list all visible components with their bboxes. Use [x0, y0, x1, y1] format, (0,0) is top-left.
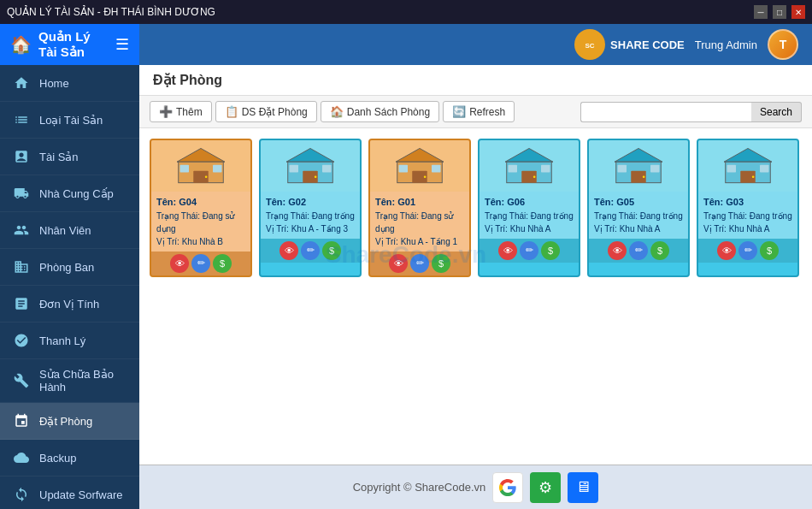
room-status: Trạng Thái: Đang trống	[485, 210, 574, 222]
search-input[interactable]	[580, 102, 751, 122]
sidebar-item-update-software[interactable]: Update Sorfware	[0, 476, 139, 509]
window-controls: ─ □ ✕	[754, 5, 805, 19]
title-bar: QUẢN LÝ TÀI SẢN - ĐH THÁI BÌNH DƯƠNG ─ □…	[0, 0, 812, 24]
room-card-actions: 👁 ✏ $	[261, 239, 360, 263]
svg-rect-17	[399, 165, 409, 173]
room-status: Trạng Thái: Đang trống	[594, 210, 683, 222]
app-container: 🏠 Quản Lý Tài Sản ☰ Home Loại Tài Sản	[0, 24, 812, 509]
unit-icon	[12, 294, 31, 313]
sidebar-nav: Home Loại Tài Sản Tài Sản Nhà Cung Cấp	[0, 65, 139, 509]
svg-point-19	[424, 175, 427, 178]
svg-rect-18	[432, 165, 441, 173]
minimize-button[interactable]: ─	[754, 5, 768, 19]
sidebar-item-nha-cung-cap[interactable]: Nhà Cung Cấp	[0, 175, 139, 212]
room-card-actions: 👁 ✏ $	[370, 252, 469, 275]
svg-rect-23	[509, 165, 518, 173]
search-bar: Search	[580, 102, 802, 122]
svg-rect-30	[650, 165, 660, 173]
view-button[interactable]: 👁	[170, 254, 189, 273]
payment-button[interactable]: $	[322, 241, 341, 260]
update-icon	[12, 485, 31, 504]
danh-sach-phong-button[interactable]: 🏠 Danh Sách Phòng	[321, 101, 439, 122]
svg-point-25	[533, 175, 536, 178]
search-button[interactable]: Search	[751, 102, 802, 122]
sidebar-title: Quản Lý Tài Sản	[38, 29, 109, 60]
room-card-g03[interactable]: Tên: G03 Trạng Thái: Đang trống Vị Trí: …	[697, 139, 799, 277]
view-button[interactable]: 👁	[279, 241, 298, 260]
sidebar-item-loai-tai-san[interactable]: Loại Tài Sản	[0, 102, 139, 139]
department-icon	[12, 257, 31, 276]
sidebar-item-home[interactable]: Home	[0, 65, 139, 102]
list-icon	[12, 110, 31, 129]
user-avatar[interactable]: T	[768, 29, 798, 60]
add-button[interactable]: ➕ Thêm	[150, 101, 212, 122]
footer: Copyright © ShareCode.vn ⚙ 🖥	[139, 465, 812, 509]
room-status: Trạng Thái: Đang sử dụng	[375, 210, 464, 235]
payment-button[interactable]: $	[432, 254, 450, 273]
edit-button[interactable]: ✏	[301, 241, 320, 260]
room-card-g01[interactable]: Tên: G01 Trạng Thái: Đang sử dụng Vị Trí…	[368, 139, 471, 277]
home-nav-icon	[12, 74, 31, 92]
payment-button[interactable]: $	[541, 241, 560, 260]
room-status: Trạng Thái: Đang trống	[266, 210, 355, 222]
brand-logo: SC SHARE CODE	[574, 29, 685, 60]
svg-rect-35	[727, 165, 737, 173]
svg-marker-8	[286, 148, 334, 162]
ds-dat-phong-button[interactable]: 📋 DS Đặt Phòng	[215, 101, 317, 122]
svg-rect-5	[180, 165, 190, 173]
view-button[interactable]: 👁	[717, 241, 736, 260]
close-button[interactable]: ✕	[791, 5, 805, 19]
payment-button[interactable]: $	[213, 254, 232, 273]
svg-point-7	[205, 175, 208, 178]
room-card-actions: 👁 ✏ $	[480, 239, 579, 263]
room-name: Tên: G06	[485, 195, 574, 210]
room-card-g02[interactable]: Tên: G02 Trạng Thái: Đang trống Vị Trí: …	[259, 139, 362, 277]
room-card-image	[261, 140, 360, 192]
hamburger-button[interactable]: ☰	[115, 35, 129, 54]
room-card-actions: 👁 ✏ $	[589, 239, 688, 263]
page-title-bar: Đặt Phòng	[139, 65, 812, 96]
sidebar-item-sua-chua-bao-hanh[interactable]: Sửa Chữa Bảo Hành	[0, 359, 139, 403]
room-card-info: Tên: G01 Trạng Thái: Đang sử dụng Vị Trí…	[370, 192, 469, 252]
settings-icon[interactable]: ⚙	[530, 472, 561, 503]
room-card-g06[interactable]: Tên: G06 Trạng Thái: Đang trống Vị Trí: …	[478, 139, 580, 277]
supplier-icon	[12, 184, 31, 203]
room-card-image	[151, 140, 250, 192]
edit-button[interactable]: ✏	[738, 241, 757, 260]
sidebar-item-don-vi-tinh[interactable]: Đơn Vị Tính	[0, 286, 139, 323]
maximize-button[interactable]: □	[773, 5, 786, 19]
view-button[interactable]: 👁	[389, 254, 408, 273]
svg-rect-6	[213, 165, 222, 173]
room-name: Tên: G03	[703, 195, 792, 210]
room-card-g05[interactable]: Tên: G05 Trạng Thái: Đang trống Vị Trí: …	[587, 139, 690, 277]
payment-button[interactable]: $	[760, 241, 779, 260]
window-icon[interactable]: 🖥	[568, 472, 598, 503]
repair-icon	[12, 371, 31, 390]
view-button[interactable]: 👁	[608, 241, 627, 260]
sidebar-item-phong-ban[interactable]: Phòng Ban	[0, 249, 139, 286]
room-name: Tên: G04	[156, 195, 245, 210]
google-icon[interactable]	[492, 472, 523, 503]
refresh-button[interactable]: 🔄 Refresh	[443, 101, 515, 122]
sidebar-item-dat-phong[interactable]: Đặt Phòng	[0, 403, 139, 440]
view-button[interactable]: 👁	[498, 241, 517, 260]
room-location: Vị Trí: Khu Nhà A	[703, 222, 792, 235]
home-icon: 🏠	[10, 34, 32, 55]
svg-point-37	[752, 175, 755, 178]
payment-button[interactable]: $	[650, 241, 669, 260]
sidebar-item-backup[interactable]: Backup	[0, 440, 139, 476]
sidebar-item-tai-san[interactable]: Tài Sản	[0, 139, 139, 175]
brand-name: SHARE CODE	[610, 38, 685, 51]
edit-button[interactable]: ✏	[520, 241, 538, 260]
edit-button[interactable]: ✏	[410, 254, 429, 273]
room-card-info: Tên: G04 Trạng Thái: Đang sử dụng Vị Trí…	[151, 192, 250, 252]
sidebar-item-thanh-ly[interactable]: Thanh Lý	[0, 323, 139, 359]
content-area: Đặt Phòng ➕ Thêm 📋 DS Đặt Phòng 🏠 Danh S…	[139, 65, 812, 465]
room-card-actions: 👁 ✏ $	[698, 239, 797, 263]
room-card-g04[interactable]: Tên: G04 Trạng Thái: Đang sử dụng Vị Trí…	[150, 139, 252, 277]
edit-button[interactable]: ✏	[629, 241, 648, 260]
app-title: QUẢN LÝ TÀI SẢN - ĐH THÁI BÌNH DƯƠNG	[7, 6, 215, 18]
edit-button[interactable]: ✏	[191, 254, 210, 273]
sidebar-item-nhan-vien[interactable]: Nhân Viên	[0, 212, 139, 249]
room-location: Vị Trí: Khu A - Tầng 1	[375, 235, 464, 248]
